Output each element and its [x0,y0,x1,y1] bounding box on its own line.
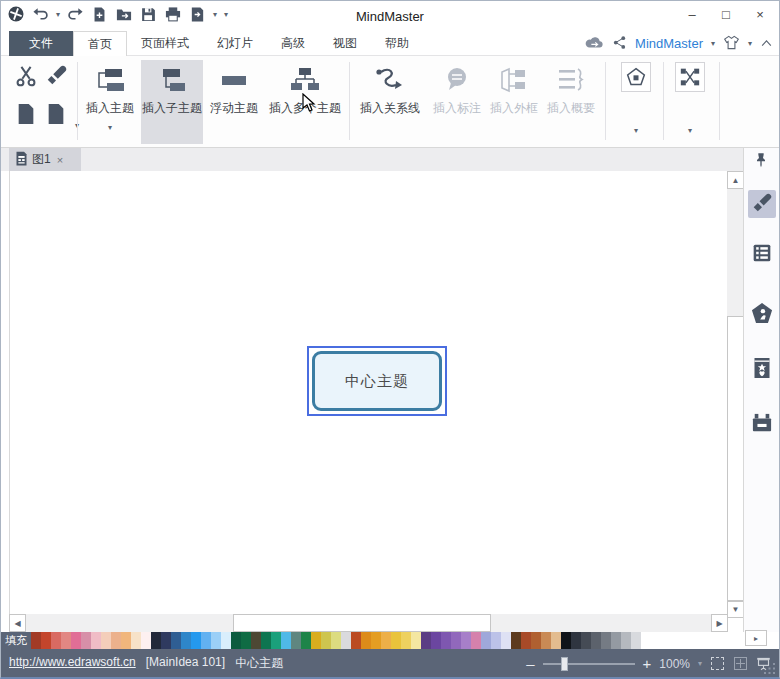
color-swatch[interactable] [441,632,451,649]
tab-slides[interactable]: 幻灯片 [203,31,267,56]
color-swatch[interactable] [271,632,281,649]
color-swatch[interactable] [461,632,471,649]
color-swatch[interactable] [491,632,501,649]
sidebar-theme-library-button[interactable] [748,355,776,383]
insert-relationship-button[interactable]: 插入关系线 [353,60,427,144]
color-swatch[interactable] [541,632,551,649]
color-swatch[interactable] [91,632,101,649]
color-swatch[interactable] [551,632,561,649]
color-swatch[interactable] [171,632,181,649]
shirt-icon[interactable] [723,35,740,53]
tab-view[interactable]: 视图 [319,31,371,56]
insert-topic-dropdown-arrow[interactable]: ▾ [108,123,112,132]
account-name[interactable]: MindMaster [635,36,703,51]
color-swatch[interactable] [471,632,481,649]
color-swatch[interactable] [631,632,641,649]
color-swatch[interactable] [81,632,91,649]
color-swatch[interactable] [521,632,531,649]
color-swatch[interactable] [181,632,191,649]
color-swatch[interactable] [71,632,81,649]
maximize-button[interactable]: □ [709,1,743,27]
edrawsoft-link[interactable]: http://www.edrawsoft.cn [9,655,136,672]
color-swatch[interactable] [411,632,421,649]
color-swatch[interactable] [611,632,621,649]
color-swatch[interactable] [201,632,211,649]
share-icon[interactable] [612,35,627,53]
central-topic-shape[interactable]: 中心主题 [312,351,442,411]
cut-icon[interactable] [15,64,37,91]
color-swatch[interactable] [391,632,401,649]
color-swatch[interactable] [601,632,611,649]
color-swatch[interactable] [51,632,61,649]
palette-scroll-button[interactable]: ▸ [745,630,767,646]
symbol-pentagon-icon[interactable] [621,62,651,92]
color-swatch[interactable] [361,632,371,649]
close-button[interactable]: × [743,1,777,27]
color-swatch[interactable] [221,632,231,649]
color-swatch[interactable] [121,632,131,649]
zoom-slider[interactable] [543,663,635,665]
tab-help[interactable]: 帮助 [371,31,423,56]
color-swatch[interactable] [241,632,251,649]
color-swatch[interactable] [41,632,51,649]
color-swatch[interactable] [401,632,411,649]
color-swatch[interactable] [451,632,461,649]
tab-advanced[interactable]: 高级 [267,31,319,56]
color-swatch[interactable] [291,632,301,649]
sidebar-outline-button[interactable] [748,240,776,268]
fit-window-icon[interactable] [733,656,748,671]
color-swatch[interactable] [381,632,391,649]
zoom-out-button[interactable]: – [526,655,534,672]
color-swatch[interactable] [191,632,201,649]
color-swatch[interactable] [531,632,541,649]
color-swatch[interactable] [431,632,441,649]
color-swatch[interactable] [281,632,291,649]
fit-selection-icon[interactable] [710,656,725,671]
format-painter-icon[interactable] [45,64,67,91]
shirt-dropdown-arrow[interactable]: ▾ [748,39,752,48]
symbol-gallery-dropdown-arrow[interactable]: ▾ [634,126,638,135]
layout-button[interactable]: ▾ [665,62,715,142]
sidebar-task-drawer-button[interactable] [748,410,776,438]
scroll-up-button[interactable]: ▲ [727,171,744,189]
drawing-canvas[interactable]: 中心主题 [9,171,727,615]
document-tab[interactable]: 图1 × [9,148,81,171]
color-swatch[interactable] [251,632,261,649]
minimize-button[interactable]: – [675,1,709,27]
color-swatch[interactable] [351,632,361,649]
layout-dropdown-arrow[interactable]: ▾ [688,126,692,135]
color-swatch[interactable] [321,632,331,649]
color-swatch[interactable] [231,632,241,649]
color-swatch[interactable] [511,632,521,649]
horizontal-scrollbar-thumb[interactable] [233,614,491,632]
insert-topic-button[interactable]: 插入主题 ▾ [81,60,139,144]
color-swatch[interactable] [501,632,511,649]
color-swatch[interactable] [561,632,571,649]
account-dropdown-arrow[interactable]: ▾ [711,39,715,48]
zoom-in-button[interactable]: + [643,655,652,672]
color-swatch[interactable] [591,632,601,649]
tab-home[interactable]: 首页 [73,31,127,56]
color-swatch[interactable] [141,632,151,649]
scroll-down-button[interactable]: ▼ [727,601,744,618]
sidebar-clipart-button[interactable] [748,300,776,328]
zoom-dropdown-arrow[interactable]: ▾ [698,659,702,668]
insert-subtopic-button[interactable]: 插入子主题 [141,60,203,144]
scroll-left-button[interactable]: ◀ [9,614,26,632]
paste-icon[interactable] [15,101,37,130]
color-swatch[interactable] [581,632,591,649]
color-swatch[interactable] [101,632,111,649]
document-tab-close-icon[interactable]: × [57,154,63,166]
color-swatch[interactable] [481,632,491,649]
symbol-gallery-button[interactable]: ▾ [611,62,661,142]
tab-page-style[interactable]: 页面样式 [127,31,203,56]
collapse-ribbon-icon[interactable] [760,37,773,51]
color-swatch[interactable] [371,632,381,649]
cloud-icon[interactable] [585,35,604,52]
color-swatch[interactable] [571,632,581,649]
pushpin-icon[interactable] [754,152,768,171]
sidebar-format-brush-button[interactable] [748,190,776,218]
color-swatch[interactable] [261,632,271,649]
color-swatch[interactable] [61,632,71,649]
zoom-slider-thumb[interactable] [561,657,568,671]
